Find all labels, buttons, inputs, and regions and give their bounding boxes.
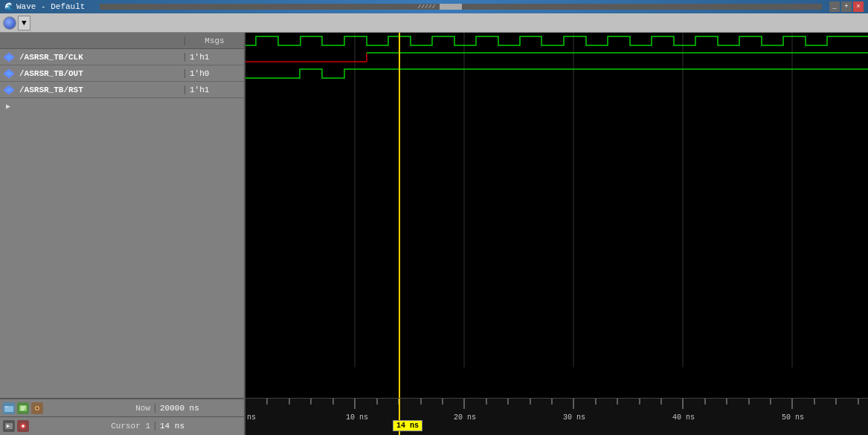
svg-text:30 ns: 30 ns xyxy=(563,413,585,422)
wave-area[interactable]: ns 10 ns 20 ns 30 ns 40 ns 50 ns 14 ns xyxy=(245,33,868,435)
now-value: 20000 ns xyxy=(155,404,244,413)
maximize-button[interactable]: + xyxy=(841,1,852,12)
signal-header: Msgs xyxy=(0,33,244,49)
svg-text:ns: ns xyxy=(247,413,256,422)
signal-row-out[interactable]: /ASRSR_TB/OUT 1'h0 xyxy=(0,65,244,82)
signal-row-rst[interactable]: /ASRSR_TB/RST 1'h1 xyxy=(0,82,244,98)
toolbar: ▼ xyxy=(0,13,868,33)
status-icon-folder[interactable] xyxy=(3,402,15,414)
cursor-time-label: 14 ns xyxy=(393,420,422,431)
toolbar-dropdown[interactable]: ▼ xyxy=(18,16,30,30)
cursor-value: 14 ns xyxy=(155,422,244,431)
waveform-display xyxy=(245,33,868,398)
minimize-button[interactable]: _ xyxy=(829,1,840,12)
status-icon-cursor-b[interactable] xyxy=(17,420,29,432)
status-bar: Now 20000 ns xyxy=(0,398,244,435)
status-row-now: Now 20000 ns xyxy=(0,399,244,417)
signal-name-out: /ASRSR_TB/OUT xyxy=(19,69,184,78)
status-icon-view[interactable] xyxy=(17,402,29,414)
expand-row[interactable]: ▶ xyxy=(0,98,244,115)
signal-name-rst: /ASRSR_TB/RST xyxy=(19,86,184,94)
waveform-svg xyxy=(245,33,868,398)
signal-icon-out xyxy=(3,68,16,79)
status-icons-row1 xyxy=(0,402,60,414)
cursor-label: Cursor 1 xyxy=(60,422,155,431)
status-icon-settings[interactable] xyxy=(31,402,43,414)
status-row-cursor: Cursor 1 14 ns xyxy=(0,417,244,435)
svg-point-13 xyxy=(36,407,39,409)
close-button[interactable]: × xyxy=(853,1,864,12)
signal-value-clk: 1'h1 xyxy=(184,53,244,62)
timeline-ruler: ns 10 ns 20 ns 30 ns 40 ns 50 ns 14 ns xyxy=(245,398,868,435)
signal-msgs-col-header: Msgs xyxy=(184,36,244,45)
dropdown-arrow: ▼ xyxy=(22,19,27,28)
title-text: Wave - Default xyxy=(16,2,85,11)
title-bar: 🌊 Wave - Default ///// _ + × xyxy=(0,0,868,13)
timeline-svg: ns 10 ns 20 ns 30 ns 40 ns 50 ns xyxy=(245,399,868,435)
toolbar-icon-btn[interactable] xyxy=(3,16,16,30)
signal-name-clk: /ASRSR_TB/CLK xyxy=(19,53,184,62)
svg-text:40 ns: 40 ns xyxy=(672,413,695,422)
signal-icon-rst xyxy=(3,85,16,95)
signal-icon-clk xyxy=(3,52,16,62)
svg-text:50 ns: 50 ns xyxy=(782,413,804,422)
left-panel: Msgs /ASRSR_TB/CLK 1'h1 xyxy=(0,33,245,435)
signal-value-rst: 1'h1 xyxy=(184,86,244,94)
scrollbar-track[interactable]: ///// xyxy=(100,4,822,10)
wave-icon: 🌊 xyxy=(4,2,13,11)
scroll-label: ///// xyxy=(417,3,435,10)
status-icons-row2 xyxy=(0,420,60,432)
svg-text:20 ns: 20 ns xyxy=(454,413,476,422)
now-label: Now xyxy=(60,404,155,413)
signal-row-clk[interactable]: /ASRSR_TB/CLK 1'h1 xyxy=(0,49,244,65)
content-area: Msgs /ASRSR_TB/CLK 1'h1 xyxy=(0,33,868,435)
title-win-buttons: _ + × xyxy=(829,1,864,12)
cursor-line[interactable] xyxy=(399,33,400,398)
svg-text:10 ns: 10 ns xyxy=(346,413,368,422)
main-container: ▼ Msgs /ASRSR_T xyxy=(0,13,868,435)
status-icon-cursor-a[interactable] xyxy=(3,420,15,432)
scrollbar-thumb[interactable] xyxy=(440,4,462,10)
rst-waveform xyxy=(245,69,868,78)
signal-value-out: 1'h0 xyxy=(184,69,244,78)
svg-rect-7 xyxy=(4,406,8,407)
signal-list: /ASRSR_TB/CLK 1'h1 /ASRSR_TB/OUT 1'h0 xyxy=(0,49,244,398)
clk-waveform xyxy=(245,36,868,45)
